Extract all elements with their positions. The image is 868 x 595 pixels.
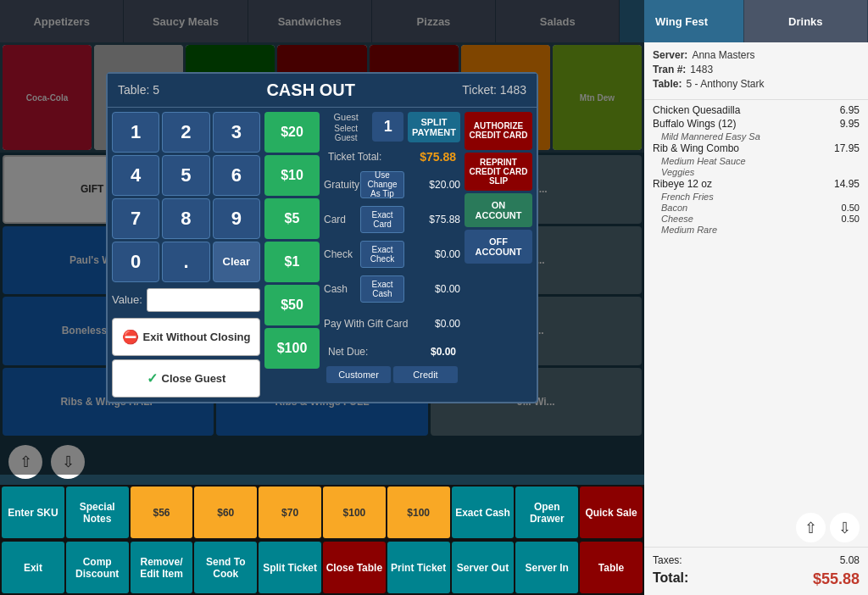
action-btn-60[interactable]: $60 [194,487,257,538]
modal-tab-credit[interactable]: Credit [393,366,458,383]
numpad-key-3[interactable]: 3 [213,112,260,153]
modifier-text: Bacon [653,203,687,213]
action-btn-close-table[interactable]: Close Table [323,542,386,593]
denomination-btn-50[interactable]: $50 [264,285,320,325]
net-due-label: Net Due: [328,346,368,358]
action-btn-split-ticket[interactable]: Split Ticket [259,542,321,593]
bottom-bar-2: ExitComp DiscountRemove/ Edit ItemSend T… [0,540,644,595]
bottom-bar-1: Enter SKUSpecial Notes$56$60$70$100$100E… [0,485,644,540]
order-scroll-up-button[interactable]: ⇧ [796,513,826,542]
numpad-key-1[interactable]: 1 [112,112,159,153]
guest-label: Guest [334,112,359,122]
numpad-key-9[interactable]: 9 [213,198,260,239]
action-btn-quick-sale[interactable]: Quick Sale [580,487,643,538]
action-btn-server-out[interactable]: Server Out [452,542,515,593]
gift-card-value: $0.00 [418,318,460,330]
exit-label: Exit Without Closing [143,331,251,343]
action-btn-server-in[interactable]: Server In [515,542,578,593]
nav-tab-drinks[interactable]: Drinks [744,0,868,42]
order-item-name: Buffalo Wings (12) [653,118,737,130]
modal-bottom-tabs: CustomerCredit [324,364,460,386]
taxes-label: Taxes: [653,554,682,566]
order-modifier: French Fries [653,192,860,202]
action-btn-exit[interactable]: Exit [2,542,64,593]
numpad-key-6[interactable]: 6 [213,155,260,196]
action-btn-remove-edit[interactable]: Remove/ Edit Item [131,542,193,593]
clear-button[interactable]: Clear [213,242,260,282]
order-footer: Taxes: 5.08 Total: $55.88 [644,547,868,595]
action-btn-comp-discount[interactable]: Comp Discount [66,542,129,593]
order-item-price: 17.95 [834,142,860,154]
order-item-name: Ribeye 12 oz [653,178,712,190]
check-payment-row: Check Exact Check $0.00 [324,238,460,270]
action-btn-open-drawer[interactable]: Open Drawer [515,487,578,538]
modifier-price: 0.50 [842,214,860,225]
numpad-key-4[interactable]: 4 [112,155,159,196]
exact-check-button[interactable]: Exact Check [360,241,404,268]
authorize-credit-card-button[interactable]: AUTHORIZE CREDIT CARD [465,112,532,150]
server-label: Server: [653,49,687,61]
order-modifier: Medium Rare [653,225,860,235]
numpad-key-5[interactable]: 5 [162,155,209,196]
exact-cash-button[interactable]: Exact Cash [360,275,404,303]
numpad-key-.[interactable]: . [162,242,209,282]
order-item-row: Buffalo Wings (12)9.95 [653,118,860,130]
order-item-row: Ribeye 12 oz14.95 [653,178,860,190]
order-modifier: Veggies [653,167,860,177]
value-input[interactable] [147,288,260,312]
right-side-buttons: AUTHORIZE CREDIT CARD REPRINT CREDIT CAR… [465,112,532,398]
modal-tab-customer[interactable]: Customer [326,366,391,383]
modal-overlay: Table: 5 CASH OUT Ticket: 1483 123456789… [0,0,644,475]
order-scroll-down-button[interactable]: ⇩ [830,513,860,542]
modal-ticket-label: Ticket: 1483 [462,83,526,97]
action-btn-enter-sku[interactable]: Enter SKU [2,487,64,538]
exact-card-label: Exact Card [364,210,400,229]
select-guest-label: Select Guest [324,124,368,142]
split-payment-button[interactable]: SPLIT PAYMENT [408,112,460,142]
denomination-btn-100[interactable]: $100 [264,328,320,369]
action-btn-special-notes[interactable]: Special Notes [66,487,129,538]
cash-payment-row: Cash Exact Cash $0.00 [324,273,460,305]
denomination-btn-5[interactable]: $5 [264,198,320,239]
numpad-key-2[interactable]: 2 [162,112,209,153]
gift-card-label: Pay With Gift Card [324,318,415,330]
action-btn-table[interactable]: Table [580,542,643,593]
ticket-total-row: Ticket Total: $75.88 [324,147,460,166]
card-label: Card [324,214,358,225]
card-value: $75.88 [407,214,460,225]
denomination-btn-1[interactable]: $1 [264,242,320,282]
denomination-btn-10[interactable]: $10 [264,155,320,196]
denomination-btn-20[interactable]: $20 [264,112,320,153]
numpad-key-7[interactable]: 7 [112,198,159,239]
check-icon: ✓ [147,370,158,386]
action-btn-56[interactable]: $56 [131,487,193,538]
action-btn-100a[interactable]: $100 [323,487,386,538]
exit-without-closing-button[interactable]: ⛔ Exit Without Closing [112,318,260,356]
action-btn-100b[interactable]: $100 [387,487,450,538]
off-account-button[interactable]: OFF ACCOUNT [465,230,532,264]
order-item-price: 14.95 [834,178,860,190]
reprint-credit-card-slip-button[interactable]: REPRINT CREDIT CARD SLIP [465,153,532,191]
order-item-row: Rib & Wing Combo17.95 [653,142,860,154]
use-change-as-tip-button[interactable]: Use Change As Tip [360,171,404,198]
close-guest-button[interactable]: ✓ Close Guest [112,359,260,398]
numpad-key-0[interactable]: 0 [112,242,159,282]
table-label: Table: [653,78,682,90]
value-label: Value: [112,293,142,306]
exact-card-button[interactable]: Exact Card [360,206,404,233]
order-items-list: Chicken Quesadilla6.95Buffalo Wings (12)… [644,100,868,509]
cash-label: Cash [324,283,358,295]
card-payment-row: Card Exact Card $75.88 [324,203,460,236]
numpad-section: 1234567890.Clear Value: ⛔ Exit Without C… [112,112,260,398]
action-btn-print-ticket[interactable]: Print Ticket [387,542,450,593]
order-modifier: Mild Mannered Easy Sa [653,131,860,142]
exit-icon: ⛔ [122,329,139,345]
action-btn-send-to-cook[interactable]: Send To Cook [194,542,257,593]
numpad-key-8[interactable]: 8 [162,198,209,239]
action-btn-70[interactable]: $70 [259,487,321,538]
on-account-button[interactable]: ON ACCOUNT [465,193,532,227]
guest-number: 1 [372,112,403,142]
taxes-value: 5.08 [840,554,860,566]
action-btn-exact-cash[interactable]: Exact Cash [452,487,515,538]
net-due-value: $0.00 [431,346,456,358]
